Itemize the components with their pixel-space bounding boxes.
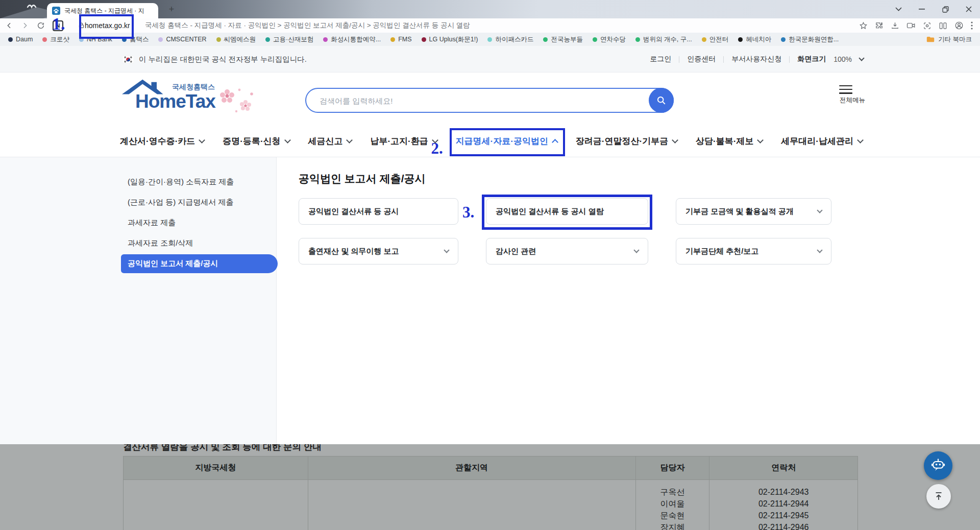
service-card[interactable]: 공익법인 결산서류 등 공시 열람3. bbox=[486, 198, 648, 225]
divider bbox=[679, 56, 679, 63]
new-tab-button[interactable]: + bbox=[164, 2, 179, 16]
nav-item[interactable]: 증명·등록·신청 bbox=[223, 135, 289, 147]
bookmark-label: 홈택스 bbox=[130, 35, 149, 44]
bookmark-item[interactable]: 범위의 개수, 구... bbox=[635, 35, 692, 44]
url-page-title: 국세청 홈택스 - 지급명세 · 자료 · 공익법인 > 공익법인 보고서 제출… bbox=[145, 18, 470, 33]
nav-item[interactable]: 상담·불복·제보 bbox=[696, 135, 763, 147]
chatbot-button[interactable] bbox=[924, 451, 952, 480]
bookmark-label: 연차수당 bbox=[600, 35, 626, 44]
back-button[interactable] bbox=[5, 21, 13, 30]
bookmark-item[interactable]: 헤네치아 bbox=[738, 35, 771, 44]
table-cell-phones: 02-2114-294302-2114-294402-2114-294502-2… bbox=[709, 480, 857, 530]
footer-contact-section: 결산서류 열람을 공시 및 조회 등에 대한 문의 안내 지방국세청관할지역담당… bbox=[0, 444, 980, 530]
bookmark-label: 하이패스카드 bbox=[495, 35, 533, 44]
chevron-down-icon bbox=[633, 247, 639, 253]
reload-button[interactable] bbox=[37, 21, 45, 30]
search-input[interactable] bbox=[318, 91, 627, 111]
restore-button[interactable] bbox=[941, 5, 949, 13]
nav-item[interactable]: 장려금·연말정산·기부금 bbox=[576, 135, 677, 147]
favicon-dot bbox=[390, 37, 395, 42]
favicon-dot bbox=[122, 37, 127, 42]
bookmark-item[interactable]: LG Uplus(화문1!) bbox=[422, 35, 478, 44]
bookmark-item[interactable]: 한국문화원연합... bbox=[781, 35, 839, 44]
bookmark-label: Daum bbox=[16, 36, 33, 43]
service-card[interactable]: 출연재산 및 의무이행 보고 bbox=[299, 238, 458, 264]
nav-item[interactable]: 납부·고지·환급 bbox=[370, 135, 437, 147]
close-button[interactable] bbox=[965, 5, 973, 13]
nav-item-label: 계산서·영수증·카드 bbox=[120, 135, 195, 147]
camera-icon[interactable] bbox=[906, 21, 916, 30]
sidebar-item[interactable]: 과세자료 조회/삭제 bbox=[128, 233, 277, 253]
nav-item-label: 지급명세·자료·공익법인 bbox=[456, 135, 548, 147]
bookmark-item[interactable]: 고용·산재보험 bbox=[265, 35, 313, 44]
all-menu-button[interactable]: 전체메뉴 bbox=[839, 83, 866, 105]
split-screen-icon[interactable] bbox=[939, 21, 947, 30]
bookmark-item[interactable]: 씨엠에스원 bbox=[216, 35, 256, 44]
downloads-icon[interactable] bbox=[891, 21, 899, 30]
contact-name: 장지혜 bbox=[660, 521, 685, 530]
nav-item[interactable]: 세금신고 bbox=[308, 135, 352, 147]
tab-title: 국세청 홈택스 - 지급명세 · 지 bbox=[64, 7, 153, 15]
chevron-down-icon bbox=[817, 247, 822, 253]
sidebar-item[interactable]: 공익법인 보고서 제출/공시 bbox=[121, 254, 278, 273]
bookmark-label: FMS bbox=[398, 36, 411, 43]
table-cell-jurisdiction bbox=[308, 480, 636, 530]
menu-kebab-icon[interactable] bbox=[971, 21, 973, 30]
other-bookmarks-folder[interactable]: 기타 북마크 bbox=[926, 35, 972, 44]
service-card-label: 감사인 관련 bbox=[496, 247, 536, 256]
url-domain[interactable]: hometax.go.kr 1. bbox=[85, 18, 130, 33]
service-card[interactable]: 기부금단체 추천/보고 bbox=[676, 238, 831, 264]
bookmark-item[interactable]: 홈택스 bbox=[122, 35, 149, 44]
nav-item[interactable]: 지급명세·자료·공익법인2. bbox=[456, 135, 557, 147]
dept-user-link[interactable]: 부서사용자신청 bbox=[731, 55, 781, 64]
table-cell-managers: 구옥선이여울문숙현장지혜 bbox=[636, 480, 710, 530]
bookmark-item[interactable]: 전국농부들 bbox=[543, 35, 583, 44]
sidebar-item[interactable]: (일용·간이·용역) 소득자료 제출 bbox=[128, 172, 277, 192]
favicon-dot bbox=[216, 37, 221, 42]
bookmark-label: 고용·산재보험 bbox=[273, 35, 313, 44]
chevron-down-icon bbox=[672, 137, 678, 143]
cert-center-link[interactable]: 인증센터 bbox=[687, 55, 716, 64]
tab-search-chevron-icon[interactable] bbox=[894, 5, 902, 13]
nav-item[interactable]: 계산서·영수증·카드 bbox=[120, 135, 204, 147]
annotation-label-3: 3. bbox=[462, 203, 474, 222]
forward-button[interactable] bbox=[21, 21, 29, 30]
bookmark-item[interactable]: 하이패스카드 bbox=[487, 35, 533, 44]
bookmark-item[interactable]: 연차수당 bbox=[593, 35, 626, 44]
service-card-label: 공익법인 결산서류 등 공시 열람 bbox=[496, 207, 604, 216]
service-card-label: 기부금 모금액 및 활용실적 공개 bbox=[685, 207, 794, 216]
service-card[interactable]: 감사인 관련 bbox=[486, 238, 648, 264]
favicon-dot bbox=[781, 37, 786, 42]
bookmark-item[interactable]: 크로샷 bbox=[42, 35, 69, 44]
minimize-button[interactable] bbox=[918, 5, 926, 13]
sidebar-item[interactable]: 과세자료 제출 bbox=[128, 212, 277, 233]
scroll-to-top-button[interactable] bbox=[926, 484, 951, 509]
bookmark-item[interactable]: Daum bbox=[8, 36, 33, 43]
chevron-down-icon bbox=[444, 247, 449, 253]
login-link[interactable]: 로그인 bbox=[650, 55, 671, 64]
bookmark-item[interactable]: CMSCENTER bbox=[158, 36, 206, 43]
bookmark-label: CMSCENTER bbox=[166, 36, 206, 43]
extensions-puzzle-icon[interactable] bbox=[875, 21, 884, 30]
favicon-dot bbox=[738, 37, 743, 42]
chevron-up-icon bbox=[552, 139, 558, 146]
bookmark-item[interactable]: FMS bbox=[390, 36, 411, 43]
nav-item-label: 상담·불복·제보 bbox=[696, 135, 753, 147]
screen-zoom-value[interactable]: 100% bbox=[834, 55, 852, 63]
bookmark-item[interactable]: 화성시통합예약... bbox=[323, 35, 381, 44]
sidebar-item[interactable]: (근로·사업 등) 지급명세서 제출 bbox=[128, 192, 277, 212]
profile-icon[interactable] bbox=[954, 21, 964, 30]
hometax-logo[interactable]: 국세청홈택스 HomeTax bbox=[121, 78, 249, 118]
bookmark-star-icon[interactable] bbox=[859, 21, 868, 30]
nav-item[interactable]: 세무대리·납세관리 bbox=[781, 135, 863, 147]
bookmark-item[interactable]: NH Bank bbox=[79, 36, 112, 43]
screenshot-icon[interactable] bbox=[923, 21, 932, 30]
service-card[interactable]: 공익법인 결산서류 등 공시 bbox=[299, 198, 458, 225]
contact-phone: 02-2114-2944 bbox=[758, 498, 808, 510]
table-header-cell: 관할지역 bbox=[308, 456, 636, 479]
site-header: 국세청홈택스 HomeTax 전체메뉴 bbox=[0, 73, 980, 125]
service-card[interactable]: 기부금 모금액 및 활용실적 공개 bbox=[676, 198, 831, 225]
search-button[interactable] bbox=[649, 88, 674, 113]
contact-name: 문숙현 bbox=[660, 510, 685, 521]
bookmark-item[interactable]: 안전터 bbox=[702, 35, 729, 44]
